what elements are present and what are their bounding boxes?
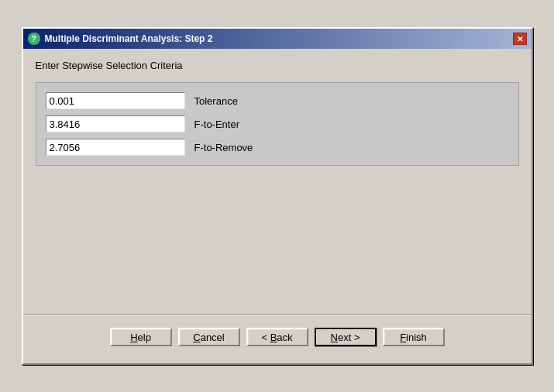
close-button[interactable]: ✕ [513, 33, 527, 45]
button-row: Help Cancel < Back Next > Finish [36, 323, 519, 352]
dialog-icon: ? [28, 33, 40, 45]
f-to-enter-row: F-to-Enter [46, 115, 509, 132]
fields-area: Tolerance F-to-Enter F-to-Remove [36, 82, 519, 166]
tolerance-label: Tolerance [194, 95, 238, 107]
tolerance-input[interactable] [46, 92, 185, 109]
cancel-label: Cancel [193, 332, 224, 343]
next-label: Next > [331, 332, 360, 343]
title-bar: ? Multiple Discriminant Analysis: Step 2… [23, 29, 532, 49]
spacer [36, 175, 519, 315]
back-label: < Back [261, 332, 292, 343]
title-bar-left: ? Multiple Discriminant Analysis: Step 2 [28, 33, 213, 45]
f-to-enter-label: F-to-Enter [194, 119, 240, 130]
separator [23, 315, 532, 315]
dialog-window: ? Multiple Discriminant Analysis: Step 2… [22, 27, 533, 365]
tolerance-row: Tolerance [46, 92, 509, 109]
f-to-remove-row: F-to-Remove [46, 139, 509, 156]
section-label: Enter Stepwise Selection Criteria [36, 60, 519, 71]
f-to-enter-input[interactable] [46, 115, 185, 132]
finish-button[interactable]: Finish [383, 328, 445, 346]
help-button[interactable]: Help [110, 328, 172, 346]
cancel-button[interactable]: Cancel [178, 328, 240, 346]
window-title: Multiple Discriminant Analysis: Step 2 [45, 33, 213, 44]
finish-label: Finish [400, 332, 427, 343]
help-label: Help [130, 332, 151, 343]
f-to-remove-input[interactable] [46, 139, 185, 156]
back-button[interactable]: < Back [246, 328, 308, 346]
f-to-remove-label: F-to-Remove [194, 142, 253, 153]
next-button[interactable]: Next > [315, 328, 377, 346]
window-content: Enter Stepwise Selection Criteria Tolera… [23, 49, 532, 363]
